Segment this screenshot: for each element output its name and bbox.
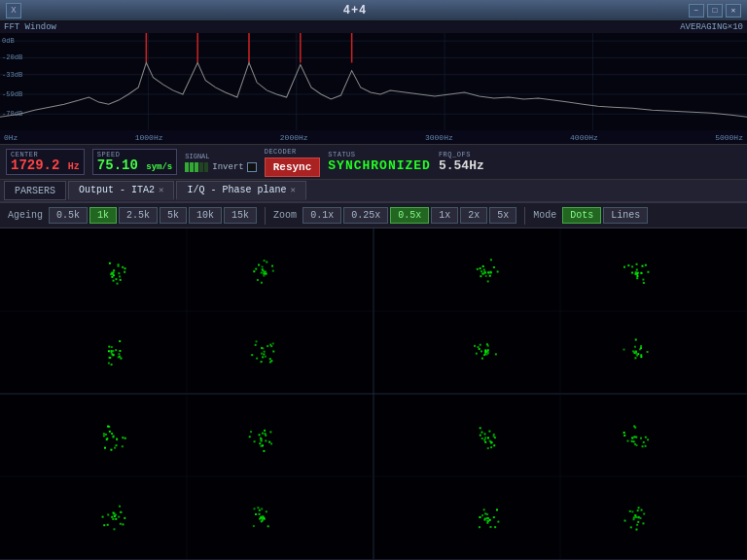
- signal-bar-5: [204, 162, 208, 172]
- freq-label-2000: 2000Hz: [280, 133, 308, 142]
- app-icon: X: [6, 3, 21, 18]
- frq-group: FRQ_OFS 5.54Hz: [439, 151, 484, 173]
- freq-label-3000: 3000Hz: [425, 133, 453, 142]
- ageing-btn-1k[interactable]: 1k: [89, 207, 117, 224]
- frq-label: FRQ_OFS: [439, 151, 484, 158]
- signal-bar-4: [199, 162, 203, 172]
- fft-freq-labels: 0Hz 1000Hz 2000Hz 3000Hz 4000Hz 5000Hz: [0, 130, 747, 144]
- decoder-group: DECODER Resync: [265, 148, 321, 177]
- signal-bars: [185, 162, 208, 172]
- status-label: STATUS: [328, 151, 431, 158]
- tab-output-ita2-close[interactable]: ✕: [159, 185, 163, 195]
- status-value: SYNCHRONIZED: [328, 158, 431, 173]
- fft-display: 0dB -20dB -33dB -59dB -78dB: [0, 33, 747, 130]
- tabs-row: PARSERS Output - ITA2 ✕ I/Q - Phase plan…: [0, 180, 747, 203]
- ageing-btn-0.5k[interactable]: 0.5k: [49, 207, 88, 224]
- decoder-label: DECODER: [265, 148, 321, 156]
- constellation-canvas: [0, 228, 747, 559]
- fft-averaging-label: AVERAGING×10: [680, 22, 743, 32]
- constellation-display: [0, 228, 747, 559]
- controls-row: CENTER 1729.2 Hz SPEED 75.10 sym/s SIGNA…: [0, 145, 747, 180]
- ageing-btn-5k[interactable]: 5k: [160, 207, 187, 224]
- freq-label-4000: 4000Hz: [570, 133, 598, 142]
- toolbar-divider-1: [265, 207, 266, 225]
- tab-output-ita2-label: Output - ITA2: [79, 185, 155, 195]
- tab-iq-phase[interactable]: I/Q - Phase plane ✕: [176, 181, 305, 200]
- invert-group: Invert: [212, 162, 256, 172]
- fft-section: FFT Window AVERAGING×10 0dB -20dB -33dB …: [0, 21, 747, 145]
- svg-text:-59dB: -59dB: [2, 90, 22, 98]
- ageing-btn-15k[interactable]: 15k: [224, 207, 257, 224]
- zoom-btn-0.5x[interactable]: 0.5x: [390, 207, 429, 224]
- signal-bar-3: [195, 162, 198, 172]
- zoom-btn-0.1x[interactable]: 0.1x: [302, 207, 341, 224]
- ageing-btn-10k[interactable]: 10k: [189, 207, 222, 224]
- signal-bar-2: [190, 162, 194, 172]
- tab-iq-phase-close[interactable]: ✕: [290, 185, 295, 195]
- status-group: STATUS SYNCHRONIZED: [328, 151, 431, 173]
- title-bar: X 4+4 − □ ✕: [0, 0, 747, 21]
- mode-btn-dots[interactable]: Dots: [562, 207, 601, 224]
- invert-label: Invert: [212, 162, 243, 172]
- invert-checkbox[interactable]: [247, 162, 257, 172]
- minimize-button[interactable]: −: [689, 4, 704, 18]
- toolbar-divider-2: [524, 207, 525, 225]
- freq-label-1000: 1000Hz: [135, 133, 163, 142]
- ageing-btn-2.5k[interactable]: 2.5k: [119, 207, 158, 224]
- zoom-btn-2x[interactable]: 2x: [460, 207, 487, 224]
- signal-label: SIGNAL: [185, 153, 256, 160]
- speed-display: SPEED 75.10 sym/s: [92, 149, 177, 175]
- tab-parsers[interactable]: PARSERS: [4, 181, 66, 200]
- svg-text:-20dB: -20dB: [2, 53, 22, 61]
- signal-bars-row: Invert: [185, 162, 256, 172]
- maximize-button[interactable]: □: [707, 4, 723, 18]
- ageing-label: Ageing: [8, 210, 43, 221]
- mode-btn-lines[interactable]: Lines: [603, 207, 648, 224]
- tab-iq-phase-label: I/Q - Phase plane: [187, 185, 286, 195]
- mode-label: Mode: [533, 210, 556, 221]
- center-display: CENTER 1729.2 Hz: [6, 149, 85, 175]
- zoom-btn-1x[interactable]: 1x: [431, 207, 458, 224]
- zoom-btn-0.25x[interactable]: 0.25x: [343, 207, 388, 224]
- svg-text:-33dB: -33dB: [2, 71, 22, 79]
- window-controls: − □ ✕: [689, 4, 741, 18]
- zoom-label: Zoom: [273, 210, 297, 221]
- resync-button[interactable]: Resync: [265, 158, 321, 177]
- tab-parsers-label: PARSERS: [15, 186, 55, 196]
- fft-window-label: FFT Window: [4, 22, 56, 32]
- svg-text:0dB: 0dB: [2, 37, 15, 45]
- frq-value: 5.54Hz: [439, 158, 484, 173]
- close-button[interactable]: ✕: [726, 4, 741, 18]
- zoom-btn-5x[interactable]: 5x: [489, 207, 516, 224]
- fft-header: FFT Window AVERAGING×10: [0, 21, 747, 33]
- freq-label-0: 0Hz: [4, 133, 18, 142]
- freq-label-5000: 5000Hz: [715, 133, 743, 142]
- signal-bar-1: [185, 162, 189, 172]
- toolbar-row: Ageing 0.5k 1k 2.5k 5k 10k 15k Zoom 0.1x…: [0, 203, 747, 228]
- speed-value: 75.10 sym/s: [97, 158, 172, 173]
- window-title: 4+4: [343, 4, 368, 18]
- tab-output-ita2[interactable]: Output - ITA2 ✕: [68, 181, 174, 200]
- fft-svg: 0dB -20dB -33dB -59dB -78dB: [0, 33, 747, 130]
- signal-group: SIGNAL Invert: [185, 153, 256, 172]
- center-value: 1729.2 Hz: [11, 158, 80, 173]
- invert-row: Invert: [212, 162, 256, 172]
